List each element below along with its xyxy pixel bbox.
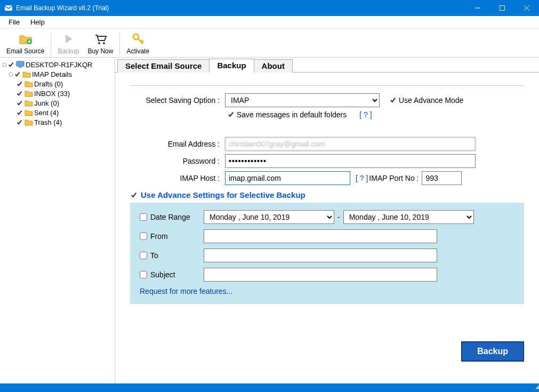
date-range-label: Date Range [150,213,190,221]
play-icon [61,32,75,47]
help-link[interactable]: [ ? ] [359,110,372,119]
date-from-select[interactable]: Monday , June 10, 2019 [204,210,334,224]
to-field[interactable] [204,249,437,262]
folder-tree: ▢ DESKTOP-R1FJKQR ▢ IMAP Details Drafts … [0,58,115,383]
tree-checkbox[interactable] [16,90,23,97]
tab-about[interactable]: About [254,59,293,73]
date-separator: - [337,213,340,221]
tab-backup[interactable]: Backup [209,59,254,73]
saving-option-label: Select Saving Option : [130,96,225,105]
folder-icon [25,80,33,87]
buy-now-button[interactable]: Buy Now [83,30,117,57]
svg-rect-10 [19,67,22,68]
advance-mode-label: Use Advance Mode [399,96,463,105]
password-label: Password : [130,157,225,165]
save-default-checkbox[interactable] [227,111,235,118]
advance-settings-box: Date Range Monday , June 10, 2019 - Mond… [130,203,524,304]
tree-checkbox[interactable] [16,119,23,126]
tab-bar: Select Email Source Backup About [115,58,539,73]
imap-host-field[interactable] [225,171,350,185]
backup-panel: Select Saving Option : IMAP Use Advance … [115,73,539,368]
tree-label: INBOX (33) [34,90,70,98]
email-source-button[interactable]: Email Source [2,30,49,57]
save-default-label: Save messages in default folders [237,110,347,119]
from-label: From [150,232,168,241]
tree-root[interactable]: ▢ DESKTOP-R1FJKQR [1,60,114,69]
svg-rect-2 [500,6,505,11]
saving-option-select[interactable]: IMAP [225,93,380,107]
tree-checkbox[interactable] [14,71,21,78]
status-bar: ◢ [0,383,539,392]
tree-leaf[interactable]: INBOX (33) [1,89,114,98]
tree-checkbox[interactable] [16,81,23,87]
advance-mode-checkbox[interactable] [389,97,397,104]
imap-port-label: IMAP Port No : [369,174,419,182]
computer-icon [16,61,25,68]
title-bar: Email Backup Wizard v8.2 (Trial) [0,0,539,16]
folder-icon [22,70,31,78]
tree-label: DESKTOP-R1FJKQR [26,61,92,69]
folder-icon [25,99,33,107]
backup-button[interactable]: Backup [461,341,524,362]
menu-file[interactable]: File [3,17,25,27]
advance-settings-checkbox[interactable] [130,191,138,199]
toolbar-label: Email Source [6,47,44,55]
toolbar-label: Activate [126,47,149,55]
folder-icon [25,109,33,116]
tree-leaf[interactable]: Sent (4) [1,108,114,117]
folder-plus-icon [19,32,33,47]
tree-label: IMAP Details [32,70,72,78]
tree-leaf[interactable]: Drafts (0) [1,79,114,89]
tree-label: Junk (0) [34,99,59,107]
svg-rect-0 [5,5,12,11]
cart-icon [93,32,107,47]
date-range-checkbox[interactable] [140,213,147,221]
imap-host-label: IMAP Host : [130,174,225,182]
subject-label: Subject [150,270,175,279]
maximize-button[interactable] [490,0,514,16]
from-field[interactable] [204,229,437,243]
toolbar-label: Buy Now [87,47,113,55]
subject-field[interactable] [204,268,437,282]
tree-label: Sent (4) [34,109,59,117]
email-label: Email Address : [130,140,225,148]
toolbar: Email Source Backup Buy Now Activate [0,29,539,58]
tree-checkbox[interactable] [7,61,14,68]
subject-checkbox[interactable] [140,271,147,278]
tree-checkbox[interactable] [16,100,23,107]
tree-label: Trash (4) [34,118,62,126]
to-label: To [150,251,158,260]
to-checkbox[interactable] [140,252,147,259]
activate-button[interactable]: Activate [122,30,154,57]
tree-label: Drafts (0) [34,80,63,88]
svg-point-6 [98,42,100,44]
svg-point-8 [133,34,139,39]
tree-node-imap[interactable]: ▢ IMAP Details [1,69,114,79]
resize-grip-icon[interactable]: ◢ [535,383,538,392]
request-features-link[interactable]: Request for more features... [140,287,232,295]
tab-select-source[interactable]: Select Email Source [117,59,210,73]
tree-leaf[interactable]: Junk (0) [1,98,114,108]
tree-checkbox[interactable] [16,109,23,116]
menu-bar: File Help [0,16,539,29]
menu-help[interactable]: Help [25,17,50,27]
app-icon [4,4,13,12]
advance-settings-title: Use Advance Settings for Selective Backu… [141,190,305,199]
from-checkbox[interactable] [140,233,147,240]
toolbar-label: Backup [58,47,79,55]
email-field[interactable] [225,137,476,151]
collapse-icon[interactable]: ▢ [7,71,14,77]
help-link[interactable]: [ ? ] [356,174,368,182]
imap-port-field[interactable] [422,171,462,185]
password-field[interactable] [225,154,476,168]
window-title: Email Backup Wizard v8.2 (Trial) [16,4,465,12]
folder-icon [25,90,33,97]
svg-point-7 [103,42,105,44]
backup-toolbar-button[interactable]: Backup [53,30,83,57]
svg-rect-9 [17,61,24,66]
tree-leaf[interactable]: Trash (4) [1,117,114,127]
date-to-select[interactable]: Monday , June 10, 2019 [343,210,474,224]
close-button[interactable] [514,0,539,16]
minimize-button[interactable] [465,0,490,16]
collapse-icon[interactable]: ▢ [1,62,7,67]
